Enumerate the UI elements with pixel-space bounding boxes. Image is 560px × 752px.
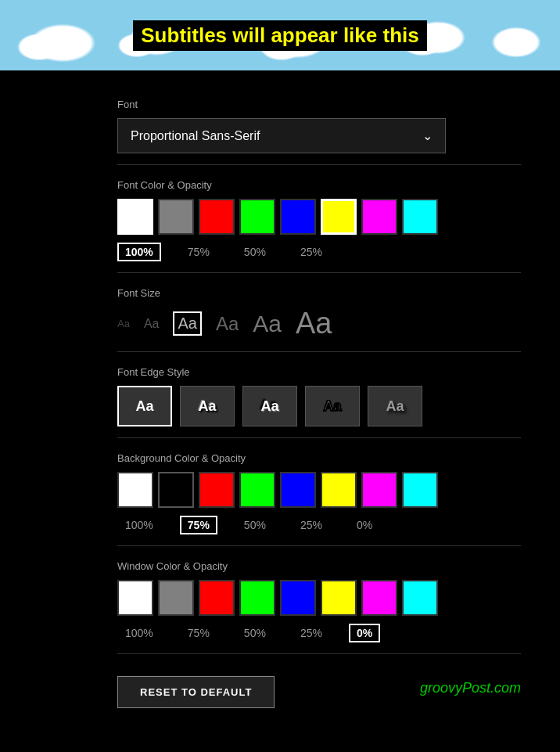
bg-opacity-row: 100% 75% 50% 25% 0% (117, 516, 521, 534)
window-color-label: Window Color & Opacity (117, 560, 521, 572)
fontsize-lg-btn[interactable]: Aa (216, 313, 239, 335)
bg-swatch-yellow[interactable] (321, 472, 357, 508)
footer-row: RESET TO DEFAULT groovyPost.com (117, 668, 521, 708)
divider-5 (117, 545, 521, 546)
swatch-magenta[interactable] (361, 199, 397, 235)
edge-depressed-btn[interactable]: Aa (242, 386, 297, 426)
swatch-green[interactable] (239, 199, 275, 235)
win-swatch-red[interactable] (199, 580, 235, 616)
opacity-75-btn[interactable]: 75% (180, 243, 217, 261)
bg-color-label: Background Color & Opacity (117, 452, 521, 464)
bg-swatch-black[interactable] (158, 472, 194, 508)
win-opacity-100-btn[interactable]: 100% (117, 624, 161, 642)
swatch-blue[interactable] (280, 199, 316, 235)
bg-swatch-white[interactable] (117, 472, 153, 508)
win-swatch-blue[interactable] (280, 580, 316, 616)
window-color-swatches (117, 580, 521, 616)
swatch-white[interactable] (117, 199, 153, 235)
preview-banner: Subtitles will appear like this (0, 0, 560, 70)
fontsize-xxl-btn[interactable]: Aa (296, 307, 332, 340)
fontsize-sm-btn[interactable]: Aa (144, 317, 160, 331)
win-swatch-green[interactable] (239, 580, 275, 616)
divider-4 (117, 437, 521, 438)
font-label: Font (117, 99, 521, 110)
divider-3 (117, 351, 521, 352)
divider-1 (117, 164, 521, 165)
swatch-yellow[interactable] (321, 199, 357, 235)
win-opacity-0-btn[interactable]: 0% (349, 624, 380, 642)
bg-swatch-green[interactable] (239, 472, 275, 508)
post-text: Post.com (462, 680, 521, 696)
opacity-50-btn[interactable]: 50% (236, 243, 274, 261)
bg-opacity-75-btn[interactable]: 75% (180, 516, 217, 534)
bg-swatch-red[interactable] (199, 472, 235, 508)
win-opacity-25-btn[interactable]: 25% (293, 624, 330, 642)
font-size-row: Aa Aa Aa Aa Aa Aa (117, 307, 521, 340)
edge-none-btn[interactable]: Aa (117, 386, 172, 426)
opacity-25-btn[interactable]: 25% (293, 243, 330, 261)
edge-uniform-btn[interactable]: Aa (305, 386, 360, 426)
win-swatch-magenta[interactable] (361, 580, 397, 616)
bg-swatch-cyan[interactable] (402, 472, 438, 508)
win-swatch-white[interactable] (117, 580, 153, 616)
font-edge-label: Font Edge Style (117, 366, 521, 378)
divider-2 (117, 272, 521, 273)
win-opacity-75-btn[interactable]: 75% (180, 624, 217, 642)
font-edge-row: Aa Aa Aa Aa Aa (117, 386, 521, 426)
win-swatch-yellow[interactable] (321, 580, 357, 616)
bg-opacity-50-btn[interactable]: 50% (236, 516, 274, 534)
edge-raised-btn[interactable]: Aa (180, 386, 235, 426)
fontsize-xs-btn[interactable]: Aa (117, 318, 130, 329)
reset-to-default-button[interactable]: RESET TO DEFAULT (117, 676, 275, 708)
font-dropdown[interactable]: Proportional Sans-Serif ⌄ (117, 118, 446, 153)
divider-6 (117, 653, 521, 654)
font-color-label: Font Color & Opacity (117, 179, 521, 191)
bg-opacity-100-btn[interactable]: 100% (117, 516, 161, 534)
fontsize-xl-btn[interactable]: Aa (253, 311, 282, 337)
fontsize-md-btn[interactable]: Aa (173, 311, 201, 336)
swatch-gray[interactable] (158, 199, 194, 235)
groovy-text: groovy (420, 680, 462, 696)
bg-swatch-magenta[interactable] (361, 472, 397, 508)
swatch-cyan[interactable] (402, 199, 438, 235)
swatch-red[interactable] (199, 199, 235, 235)
bg-opacity-0-btn[interactable]: 0% (349, 516, 380, 534)
preview-text: Subtitles will appear like this (133, 20, 426, 51)
font-color-swatches (117, 199, 521, 235)
window-opacity-row: 100% 75% 50% 25% 0% (117, 624, 521, 642)
win-swatch-gray[interactable] (158, 580, 194, 616)
groovy-logo: groovyPost.com (420, 680, 521, 696)
font-opacity-row: 100% 75% 50% 25% (117, 243, 521, 261)
bg-opacity-25-btn[interactable]: 25% (293, 516, 330, 534)
main-content: Font Proportional Sans-Serif ⌄ Font Colo… (0, 70, 560, 732)
opacity-100-btn[interactable]: 100% (117, 243, 161, 261)
edge-dropshadow-btn[interactable]: Aa (368, 386, 422, 426)
font-selected-value: Proportional Sans-Serif (131, 129, 260, 143)
bg-color-swatches (117, 472, 521, 508)
win-swatch-cyan[interactable] (402, 580, 438, 616)
bg-swatch-blue[interactable] (280, 472, 316, 508)
chevron-down-icon: ⌄ (422, 128, 433, 143)
win-opacity-50-btn[interactable]: 50% (236, 624, 274, 642)
font-size-label: Font Size (117, 287, 521, 299)
